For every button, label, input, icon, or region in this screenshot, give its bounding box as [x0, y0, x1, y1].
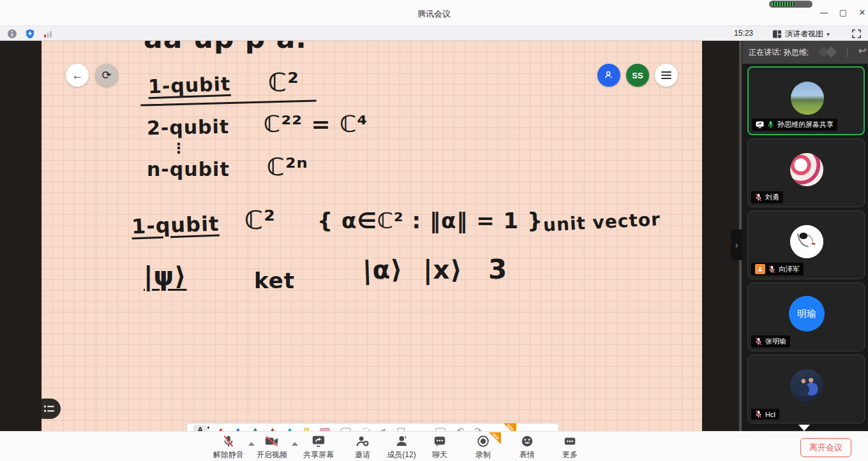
chevron-down-icon: ▾: [827, 31, 830, 38]
cursor-tool[interactable]: [379, 427, 388, 431]
members-icon: [394, 434, 408, 448]
participant-nametag: 孙思维的屏幕共享: [752, 119, 837, 131]
avatar: [790, 153, 823, 186]
chat-button[interactable]: 聊天: [432, 434, 447, 460]
window-title: 腾讯会议: [0, 8, 868, 20]
avatar: [790, 369, 823, 402]
participant-tile[interactable]: Hcl: [747, 355, 865, 423]
participant-nametag: 刘勇: [751, 191, 783, 203]
speaking-label: 正在讲话: 孙思维;: [749, 47, 809, 58]
note-row5-ket: ket: [254, 268, 295, 293]
scroll-down-arrow-icon[interactable]: [798, 425, 810, 431]
camera-muted-icon: [264, 434, 280, 448]
fullscreen-icon[interactable]: [851, 29, 862, 39]
invite-button[interactable]: 邀请: [355, 434, 370, 460]
note-vdots: ⋮: [172, 140, 186, 156]
note-row4-left: 1-qubit: [131, 212, 220, 239]
presenter-avatar[interactable]: SS: [626, 64, 649, 87]
mic-muted-icon: [755, 193, 762, 201]
control-bar: 解除静音 开启视频 共享屏幕: [0, 431, 868, 461]
mic-muted-icon: [221, 434, 236, 448]
avatar-initials: 明瑜: [797, 308, 816, 320]
participant-nametag: 张明瑜: [751, 335, 790, 348]
video-options-caret[interactable]: [292, 442, 298, 446]
note-row5-x: |x⟩: [423, 255, 463, 284]
participant-tile[interactable]: 向泽军: [747, 210, 865, 279]
redo-icon[interactable]: ↷: [474, 426, 481, 431]
avatar: [791, 82, 824, 115]
avatar: [790, 225, 823, 258]
leave-meeting-button[interactable]: 离开会议: [800, 438, 851, 457]
mic-muted-icon: [755, 337, 762, 346]
note-row3-right: ℂ²ⁿ: [267, 153, 308, 181]
emoji-label: 表情: [520, 450, 535, 460]
share-screen-button[interactable]: 共享屏幕: [303, 434, 334, 460]
participants-sidebar: 正在讲话: 孙思维; ↩ 孙思维的屏幕共享: [742, 41, 868, 431]
audio-options-caret[interactable]: [248, 442, 255, 446]
start-video-button[interactable]: 开启视频: [257, 434, 287, 460]
minimize-button[interactable]: —: [817, 6, 831, 19]
network-signal-icon[interactable]: [43, 29, 53, 39]
dog-sketch: [790, 225, 823, 258]
security-shield-icon[interactable]: [25, 29, 35, 39]
sidebar-collapse-handle[interactable]: ›: [731, 230, 742, 260]
more-button[interactable]: 更多: [562, 434, 578, 460]
whiteboard-back-button[interactable]: ←: [66, 64, 89, 87]
participant-name: 刘勇: [765, 193, 779, 202]
title-bar: 腾讯会议 — ▢ ✕: [0, 0, 868, 26]
list-icon: [43, 404, 55, 414]
participant-nametag: Hcl: [751, 409, 779, 420]
toolbar-new-badge: NEW: [504, 423, 516, 431]
back-arrow-icon: ←: [71, 69, 83, 82]
maximize-button[interactable]: ▢: [836, 6, 850, 19]
whiteboard-sync-button[interactable]: ⟳: [95, 64, 118, 87]
members-label: 成员(12): [387, 450, 415, 460]
meeting-duration: 15:23: [734, 29, 753, 38]
record-button[interactable]: NEW 录制: [475, 434, 491, 460]
view-mode-label: 演讲者视图: [785, 29, 823, 40]
participant-tile-screen-share[interactable]: 孙思维的屏幕共享: [747, 66, 865, 135]
note-row1-right: ℂ²: [268, 68, 299, 97]
follow-presenter-button[interactable]: [597, 64, 620, 87]
start-video-label: 开启视频: [257, 450, 287, 460]
participant-name: 孙思维的屏幕共享: [777, 120, 834, 129]
unmute-label: 解除静音: [213, 450, 244, 460]
screen-share-icon: [756, 121, 764, 128]
chevron-right-icon: ›: [735, 240, 738, 250]
participant-tile[interactable]: 明瑜 张明瑜: [747, 282, 865, 351]
undo-icon[interactable]: ↶: [456, 426, 463, 431]
meeting-info-icon[interactable]: [7, 29, 17, 39]
members-button[interactable]: 成员(12): [387, 434, 415, 460]
record-label: 录制: [475, 450, 491, 460]
view-mode-switcher[interactable]: 演讲者视图 ▾: [772, 28, 830, 40]
share-screen-label: 共享屏幕: [303, 450, 334, 460]
avatar: 明瑜: [789, 296, 825, 332]
shared-whiteboard[interactable]: aa up p a. 1-qubit ℂ² 2-qubit ℂ²² = ℂ⁴ ⋮…: [41, 41, 702, 431]
invite-label: 邀请: [355, 450, 370, 460]
emoji-button[interactable]: 表情: [520, 434, 535, 460]
app-logo-icon: [819, 47, 841, 58]
participant-tile[interactable]: 刘勇: [747, 138, 865, 207]
hamburger-icon: [661, 71, 671, 73]
page-list-button[interactable]: [41, 399, 61, 419]
presenter-person-icon: [603, 70, 615, 81]
participant-name: 张明瑜: [765, 337, 786, 346]
note-row4-set: { α∈ℂ² : ‖α‖ = 1 }: [317, 208, 543, 233]
unmute-button[interactable]: 解除静音: [213, 434, 244, 460]
reply-arrow-icon[interactable]: ↩: [858, 45, 867, 57]
note-row1-left: 1-qubit: [147, 73, 230, 98]
note-top-cut: aa up p a.: [144, 41, 307, 54]
emoji-smiley-icon: [520, 434, 534, 448]
note-row5-psi: |ψ⟩: [144, 261, 187, 291]
more-label: 更多: [562, 450, 578, 460]
chat-label: 聊天: [432, 450, 447, 460]
note-row5-three: 3: [488, 254, 507, 285]
close-button[interactable]: ✕: [855, 6, 868, 19]
more-dots-icon: [563, 434, 577, 448]
note-row2-right: ℂ²² = ℂ⁴: [264, 111, 368, 137]
note-row2-left: 2-qubit: [147, 115, 230, 139]
whiteboard-menu-button[interactable]: [655, 64, 678, 87]
note-row3-left: n-qubit: [147, 158, 230, 180]
text-tool[interactable]: A: [193, 425, 207, 431]
record-icon: [476, 434, 490, 448]
